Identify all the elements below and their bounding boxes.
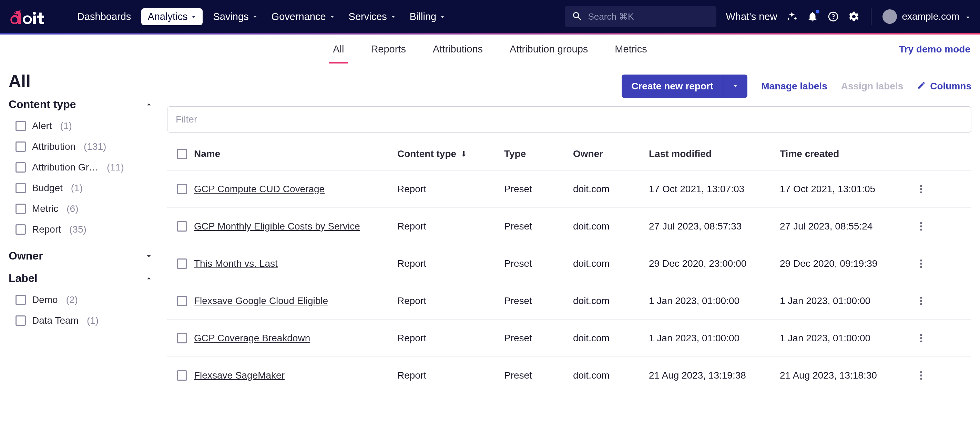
facet-item[interactable]: Data Team(1) (9, 310, 153, 331)
col-type[interactable]: Type (504, 149, 573, 160)
row-name-link[interactable]: Flexsave SageMaker (194, 370, 285, 380)
row-checkbox[interactable] (177, 184, 187, 194)
whats-new-label: What's new (726, 11, 777, 22)
row-more-button[interactable] (911, 222, 931, 231)
logo[interactable] (10, 8, 63, 25)
facet-title: Content type (9, 98, 76, 111)
checkbox[interactable] (16, 183, 26, 193)
col-content-type[interactable]: Content type (397, 149, 504, 160)
row-more-button[interactable] (911, 371, 931, 380)
search-input[interactable] (588, 11, 710, 22)
checkbox[interactable] (16, 142, 26, 152)
row-checkbox[interactable] (177, 221, 187, 232)
col-owner[interactable]: Owner (573, 149, 649, 160)
row-name-link[interactable]: This Month vs. Last (194, 258, 278, 269)
checkbox[interactable] (16, 295, 26, 305)
col-last-modified[interactable]: Last modified (649, 149, 780, 160)
facet-item-count: (35) (69, 224, 86, 235)
facet-title: Label (9, 272, 38, 285)
tab-all[interactable]: All (329, 35, 348, 63)
account-menu[interactable]: example.com (883, 9, 970, 24)
facet-item[interactable]: Attribution(131) (9, 136, 153, 157)
facet-item[interactable]: Attribution Gr…(11) (9, 157, 153, 178)
nav-governance[interactable]: Governance (268, 8, 338, 25)
nav-services[interactable]: Services (345, 8, 399, 25)
facet-header[interactable]: Owner (9, 249, 153, 262)
avatar (883, 9, 897, 24)
svg-point-19 (920, 377, 922, 380)
demo-mode-link[interactable]: Try demo mode (899, 44, 970, 55)
row-more-button[interactable] (911, 333, 931, 343)
tab-attributions[interactable]: Attributions (429, 35, 487, 63)
nav-dashboards[interactable]: Dashboards (74, 8, 134, 25)
row-name-link[interactable]: GCP Compute CUD Coverage (194, 184, 325, 194)
content: Create new report Manage labels Assign l… (167, 71, 971, 394)
nav-savings[interactable]: Savings (210, 8, 261, 25)
facet-item[interactable]: Budget(1) (9, 178, 153, 198)
columns-button[interactable]: Columns (917, 81, 971, 92)
table-row: GCP Monthly Eligible Costs by ServiceRep… (167, 208, 971, 245)
select-all-checkbox[interactable] (177, 149, 187, 159)
row-more-button[interactable] (911, 259, 931, 269)
caret-down-icon (732, 82, 739, 91)
facet-item[interactable]: Demo(2) (9, 289, 153, 310)
checkbox[interactable] (16, 204, 26, 214)
svg-point-12 (920, 300, 922, 302)
facet-item-count: (11) (107, 162, 124, 173)
checkbox[interactable] (16, 162, 26, 173)
row-content-type: Report (397, 184, 504, 195)
row-checkbox[interactable] (177, 296, 187, 306)
facet-header[interactable]: Label (9, 272, 153, 285)
checkbox[interactable] (16, 224, 26, 235)
create-report-button[interactable]: Create new report (622, 75, 723, 98)
filter-input[interactable] (176, 114, 963, 125)
create-report-dropdown[interactable] (723, 75, 748, 98)
sparkle-icon[interactable] (786, 11, 798, 22)
svg-point-3 (920, 188, 922, 190)
table-row: Flexsave SageMakerReportPresetdoit.com21… (167, 357, 971, 394)
facet-header[interactable]: Content type (9, 98, 153, 111)
svg-point-6 (920, 225, 922, 227)
row-owner: doit.com (573, 296, 649, 307)
notification-dot (816, 10, 819, 13)
whats-new-link[interactable]: What's new (726, 11, 777, 22)
row-type: Preset (504, 370, 573, 381)
row-time-created: 1 Jan 2023, 01:00:00 (780, 296, 911, 307)
nav-billing[interactable]: Billing (406, 8, 449, 25)
row-content-type: Report (397, 258, 504, 269)
col-time-created[interactable]: Time created (780, 149, 911, 160)
nav-analytics[interactable]: Analytics (141, 8, 203, 25)
row-more-button[interactable] (911, 184, 931, 194)
help-icon[interactable] (827, 11, 839, 22)
facet-item[interactable]: Report(35) (9, 219, 153, 240)
row-name-link[interactable]: GCP Monthly Eligible Costs by Service (194, 221, 360, 232)
facet-item-label: Demo (32, 294, 58, 305)
row-checkbox[interactable] (177, 370, 187, 380)
manage-labels-button[interactable]: Manage labels (761, 81, 827, 92)
bell-icon[interactable] (807, 11, 818, 22)
table-row: GCP Coverage BreakdownReportPresetdoit.c… (167, 320, 971, 357)
search-box[interactable] (565, 6, 716, 27)
svg-rect-1 (33, 16, 36, 24)
facet-item-count: (2) (66, 294, 78, 305)
filter-bar[interactable] (167, 106, 971, 133)
row-name-link[interactable]: Flexsave Google Cloud Eligible (194, 296, 328, 306)
nav-label: Services (349, 11, 387, 22)
row-checkbox[interactable] (177, 259, 187, 269)
tab-metrics[interactable]: Metrics (611, 35, 651, 63)
row-more-button[interactable] (911, 296, 931, 306)
checkbox[interactable] (16, 315, 26, 326)
facet-item-count: (1) (71, 182, 83, 193)
facet-item[interactable]: Metric(6) (9, 198, 153, 219)
col-name[interactable]: Name (194, 149, 397, 160)
row-checkbox[interactable] (177, 333, 187, 344)
checkbox[interactable] (16, 121, 26, 131)
svg-point-7 (920, 229, 922, 230)
table-row: Flexsave Google Cloud EligibleReportPres… (167, 282, 971, 320)
row-name-link[interactable]: GCP Coverage Breakdown (194, 332, 310, 344)
tab-reports[interactable]: Reports (367, 35, 410, 63)
facet-item[interactable]: Alert(1) (9, 116, 153, 136)
search-icon (572, 11, 583, 23)
gear-icon[interactable] (848, 11, 860, 22)
tab-attribution-groups[interactable]: Attribution groups (506, 35, 592, 63)
